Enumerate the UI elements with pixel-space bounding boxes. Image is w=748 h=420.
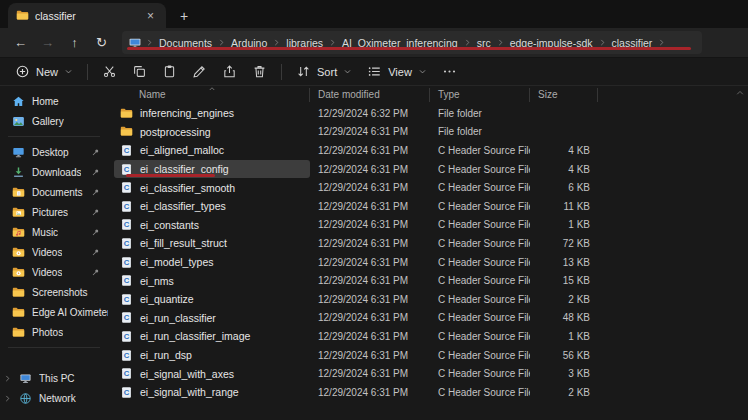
chevron-right-icon — [3, 394, 12, 403]
chevron-right-icon — [496, 38, 505, 47]
file-list-pane: NameDate modifiedTypeSize inferencing_en… — [108, 86, 748, 420]
file-row-ei-nms[interactable]: Cei_nms12/29/2024 6:31 PMC Header Source… — [114, 271, 748, 290]
file-type: C Header Source File — [430, 145, 530, 156]
copy-button[interactable] — [125, 60, 154, 84]
up-button[interactable]: ↑ — [62, 31, 87, 55]
command-bar: NewSortView — [0, 58, 748, 86]
file-name-cell: Cei_signal_with_range — [114, 383, 310, 402]
sidebar-item-photos[interactable]: Photos — [0, 322, 108, 342]
file-date: 12/29/2024 6:31 PM — [310, 145, 430, 156]
file-name: postprocessing — [140, 126, 211, 138]
file-row-ei-run-dsp[interactable]: Cei_run_dsp12/29/2024 6:31 PMC Header So… — [114, 346, 748, 365]
more-button[interactable] — [435, 60, 464, 84]
desktop-icon — [12, 146, 25, 159]
file-type: C Header Source File — [430, 238, 530, 249]
explorer-tab[interactable]: classifier × — [8, 3, 166, 28]
videos-icon — [12, 246, 25, 259]
column-header-size[interactable]: Size — [530, 88, 598, 102]
svg-text:C: C — [124, 369, 130, 378]
rename-button[interactable] — [185, 60, 214, 84]
file-type: C Header Source File — [430, 275, 530, 286]
paste-icon — [162, 64, 177, 79]
rename-icon — [192, 64, 207, 79]
file-type: C Header Source File — [430, 257, 530, 268]
sort-button[interactable]: Sort — [289, 60, 359, 84]
file-row-inferencing-engines[interactable]: inferencing_engines12/29/2024 6:32 PMFil… — [114, 104, 748, 123]
folder-icon — [12, 286, 25, 299]
sidebar-item-gallery[interactable]: Gallery — [0, 111, 108, 131]
sidebar-item-documents[interactable]: Documents — [0, 182, 108, 202]
column-header-date-modified[interactable]: Date modified — [310, 88, 430, 102]
new-tab-button[interactable]: + — [180, 9, 188, 23]
sidebar-item-home[interactable]: Home — [0, 91, 108, 111]
pin-icon — [91, 188, 100, 197]
cut-button[interactable] — [95, 60, 124, 84]
file-name: ei_classifier_smooth — [140, 182, 235, 194]
sidebar: HomeGalleryDesktopDownloadsDocumentsPict… — [0, 86, 108, 420]
file-name-cell: Cei_run_classifier_image — [114, 327, 310, 346]
file-row-ei-model-types[interactable]: Cei_model_types12/29/2024 6:31 PMC Heade… — [114, 253, 748, 272]
documents-icon — [12, 186, 25, 199]
file-row-postprocessing[interactable]: postprocessing12/29/2024 6:31 PMFile fol… — [114, 123, 748, 142]
sidebar-item-desktop[interactable]: Desktop — [0, 142, 108, 162]
file-name: ei_model_types — [140, 256, 214, 268]
sidebar-item-edge-ai-oximeter[interactable]: Edge AI Oximeter — [0, 302, 108, 322]
refresh-button[interactable]: ↻ — [89, 31, 114, 55]
sidebar-item-pictures[interactable]: Pictures — [0, 202, 108, 222]
new-button[interactable]: New — [8, 60, 80, 84]
file-row-ei-run-classifier-image[interactable]: Cei_run_classifier_image12/29/2024 6:31 … — [114, 327, 748, 346]
pin-icon — [91, 248, 100, 257]
tab-close-icon[interactable]: × — [143, 10, 158, 22]
sidebar-item-videos[interactable]: Videos — [0, 262, 108, 282]
sidebar-item-this-pc[interactable]: This PC — [0, 368, 108, 388]
content-area: HomeGalleryDesktopDownloadsDocumentsPict… — [0, 86, 748, 420]
chevron-right-icon — [3, 374, 12, 383]
column-header-name[interactable]: Name — [114, 88, 310, 102]
back-button[interactable]: ← — [8, 31, 33, 55]
forward-button[interactable]: → — [35, 31, 60, 55]
svg-text:C: C — [124, 295, 130, 304]
navigation-bar: ←→↑↻ DocumentsArduinolibrariesAI_Oximete… — [0, 28, 748, 58]
file-row-ei-signal-with-range[interactable]: Cei_signal_with_range12/29/2024 6:31 PMC… — [114, 383, 748, 402]
file-row-ei-quantize[interactable]: Cei_quantize12/29/2024 6:31 PMC Header S… — [114, 290, 748, 309]
file-row-ei-signal-with-axes[interactable]: Cei_signal_with_axes12/29/2024 6:31 PMC … — [114, 364, 748, 383]
chevron-right-icon — [463, 38, 472, 47]
file-name-cell: inferencing_engines — [114, 104, 310, 123]
view-button[interactable]: View — [360, 60, 434, 84]
file-row-ei-constants[interactable]: Cei_constants12/29/2024 6:31 PMC Header … — [114, 216, 748, 235]
delete-button[interactable] — [245, 60, 274, 84]
file-date: 12/29/2024 6:31 PM — [310, 201, 430, 212]
file-size: 2 KB — [530, 387, 598, 398]
file-name-cell: Cei_model_types — [114, 253, 310, 272]
file-row-ei-aligned-malloc[interactable]: Cei_aligned_malloc12/29/2024 6:31 PMC He… — [114, 141, 748, 160]
sidebar-item-downloads[interactable]: Downloads — [0, 162, 108, 182]
file-date: 12/29/2024 6:31 PM — [310, 294, 430, 305]
file-type: File folder — [430, 108, 530, 119]
sidebar-item-label: Documents — [32, 187, 83, 198]
sidebar-item-label: Videos — [32, 247, 62, 258]
c-header-icon: C — [120, 218, 133, 231]
folder-icon — [120, 107, 133, 120]
file-size: 3 KB — [530, 368, 598, 379]
file-row-ei-run-classifier[interactable]: Cei_run_classifier12/29/2024 6:31 PMC He… — [114, 309, 748, 328]
file-size: 2 KB — [530, 294, 598, 305]
downloads-icon — [12, 166, 25, 179]
pin-icon — [91, 208, 100, 217]
c-header-icon: C — [120, 144, 133, 157]
sidebar-item-network[interactable]: Network — [0, 388, 108, 408]
paste-button[interactable] — [155, 60, 184, 84]
sidebar-item-videos[interactable]: Videos — [0, 242, 108, 262]
scrollbar-up-icon[interactable] — [735, 88, 745, 98]
sidebar-item-music[interactable]: Music — [0, 222, 108, 242]
share-button[interactable] — [215, 60, 244, 84]
file-date: 12/29/2024 6:31 PM — [310, 387, 430, 398]
column-header-type[interactable]: Type — [430, 88, 530, 102]
c-header-icon: C — [120, 274, 133, 287]
file-size: 4 KB — [530, 164, 598, 175]
file-row-ei-classifier-smooth[interactable]: Cei_classifier_smooth12/29/2024 6:31 PMC… — [114, 178, 748, 197]
file-row-ei-classifier-types[interactable]: Cei_classifier_types12/29/2024 6:31 PMC … — [114, 197, 748, 216]
sidebar-item-screenshots[interactable]: Screenshots — [0, 282, 108, 302]
address-bar[interactable]: DocumentsArduinolibrariesAI_Oximeter_inf… — [122, 31, 702, 54]
file-row-ei-fill-result-struct[interactable]: Cei_fill_result_struct12/29/2024 6:31 PM… — [114, 234, 748, 253]
copy-icon — [132, 64, 147, 79]
